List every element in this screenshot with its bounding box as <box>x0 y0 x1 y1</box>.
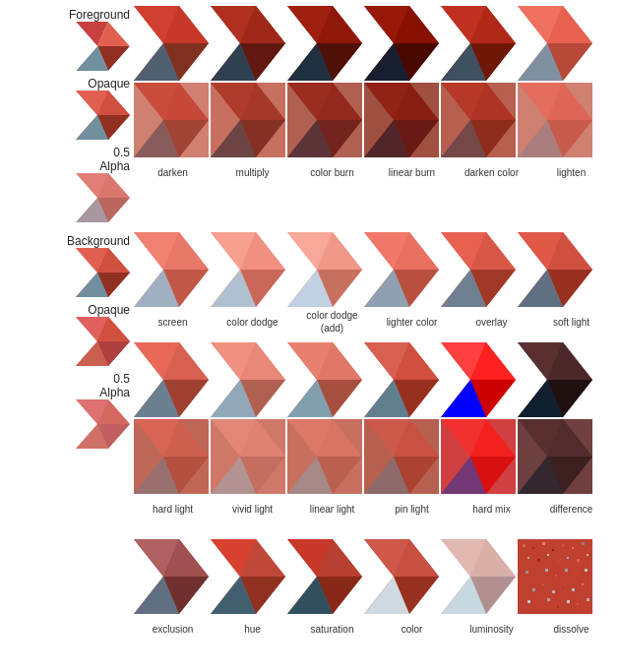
blend-darkencolor-op <box>441 6 516 81</box>
blend-colorburn-al <box>287 83 362 157</box>
svg-rect-219 <box>532 547 534 549</box>
label-overlay: overlay <box>453 309 530 335</box>
svg-rect-236 <box>565 569 568 572</box>
label-hardmix: hard mix <box>453 496 530 521</box>
svg-rect-224 <box>582 542 585 545</box>
label-lighten: lighten <box>532 159 610 185</box>
content-section-3: exclusion hue saturation color luminosit… <box>134 539 613 649</box>
cap-dissolve: dissolve <box>532 616 610 641</box>
cap-linearburn: linear burn <box>373 159 451 185</box>
label-multiply: multiply <box>214 159 291 185</box>
thumb-row-3b <box>134 419 613 494</box>
blend-pinlight-al <box>364 419 439 494</box>
cap-darkencolor: darken color <box>453 159 530 185</box>
svg-rect-239 <box>523 586 525 588</box>
blend-hardmix-op <box>441 342 516 417</box>
svg-rect-231 <box>587 554 588 556</box>
alpha-group-1: 0.5 Alpha <box>76 146 130 222</box>
caption-row-1: darken multiply color burn linear burn d… <box>134 159 613 185</box>
content-section-2: screen color dodge color dodge(add) ligh… <box>134 232 613 529</box>
alpha-label-2: 0.5 Alpha <box>99 372 130 399</box>
alpha-arrow-bg <box>76 399 130 449</box>
foreground-group: Foreground <box>69 8 130 71</box>
cap-luminosity: luminosity <box>453 616 530 641</box>
label-vividlight: vivid light <box>214 496 291 521</box>
cap-exclusion: exclusion <box>134 616 212 641</box>
cap-difference: difference <box>532 496 610 521</box>
svg-rect-252 <box>587 598 589 601</box>
background-group: Background <box>67 234 130 297</box>
svg-rect-227 <box>547 554 549 556</box>
blend-hardmix-al <box>441 419 516 494</box>
label-colorburn: color burn <box>293 159 371 185</box>
blend-softlight-op <box>518 232 592 307</box>
blend-difference-al <box>518 419 592 494</box>
thumb-row-1b <box>134 83 613 157</box>
cap-lightercolor: lighter color <box>373 309 451 335</box>
thumb-row-3a <box>134 342 613 417</box>
opaque-group-1: Opaque <box>76 77 130 140</box>
blend-vividlight-op <box>211 342 285 417</box>
cap-hardlight: hard light <box>134 496 212 521</box>
thumb-row-4a <box>134 539 613 614</box>
svg-rect-233 <box>535 574 537 576</box>
svg-rect-244 <box>572 588 575 591</box>
label-lightercolor: lighter color <box>373 309 451 335</box>
blend-lighten-al <box>518 83 592 157</box>
svg-rect-238 <box>585 569 588 572</box>
cap-multiply: multiply <box>214 159 291 185</box>
cap-saturation: saturation <box>293 616 371 641</box>
svg-rect-226 <box>537 559 540 562</box>
caption-row-3: hard light vivid light linear light pin … <box>134 496 613 521</box>
label-softlight: soft light <box>532 309 610 335</box>
opaque-arrow-fg <box>76 91 130 140</box>
blend-colordodge-op <box>211 232 285 307</box>
label-difference: difference <box>532 496 610 521</box>
svg-rect-248 <box>547 598 550 601</box>
cap-colordodge: color dodge <box>214 309 291 335</box>
svg-rect-225 <box>527 557 529 559</box>
section-background: Background Opaque <box>6 232 613 529</box>
label-colordodgeadd: color dodge(add) <box>293 309 371 335</box>
svg-rect-245 <box>582 583 584 585</box>
alpha-arrow-fg <box>76 173 130 222</box>
blend-colorburn-op <box>287 6 362 81</box>
label-hue: hue <box>214 616 291 641</box>
svg-rect-228 <box>557 561 560 564</box>
label-luminosity: luminosity <box>453 616 530 641</box>
label-linearburn: linear burn <box>373 159 451 185</box>
blend-multiply-op <box>211 6 285 81</box>
cap-vividlight: vivid light <box>214 496 291 521</box>
blend-darken-op <box>134 6 209 81</box>
blend-dissolve-op <box>518 539 592 614</box>
svg-rect-249 <box>557 606 559 608</box>
svg-rect-222 <box>562 544 565 547</box>
cap-colorburn: color burn <box>293 159 371 185</box>
opaque-arrow-bg <box>76 317 130 366</box>
main-layout: Foreground Opaq <box>0 0 619 665</box>
svg-rect-232 <box>526 571 528 574</box>
foreground-arrow-1 <box>76 22 130 71</box>
label-pinlight: pin light <box>373 496 451 521</box>
blend-linearlight-op <box>287 342 362 417</box>
cap-linearlight: linear light <box>293 496 371 521</box>
background-arrow-1 <box>76 248 130 297</box>
blend-hardlight-al <box>134 419 209 494</box>
cap-hue: hue <box>214 616 291 641</box>
cap-overlay: overlay <box>453 309 530 335</box>
side-col-background: Background Opaque <box>6 232 134 449</box>
blend-screen-op <box>134 232 209 307</box>
svg-rect-247 <box>537 603 539 605</box>
thumb-row-2a <box>134 232 613 307</box>
cap-softlight: soft light <box>532 309 610 335</box>
thumb-row-1a <box>134 6 613 81</box>
blend-lightercolor-op <box>364 232 439 307</box>
label-dissolve: dissolve <box>532 616 610 641</box>
opaque-label-1: Opaque <box>88 77 130 91</box>
svg-rect-234 <box>545 569 548 572</box>
cap-color: color <box>373 616 451 641</box>
svg-rect-235 <box>555 575 557 577</box>
svg-rect-241 <box>542 583 544 585</box>
svg-rect-223 <box>572 547 574 549</box>
svg-rect-240 <box>532 588 535 591</box>
